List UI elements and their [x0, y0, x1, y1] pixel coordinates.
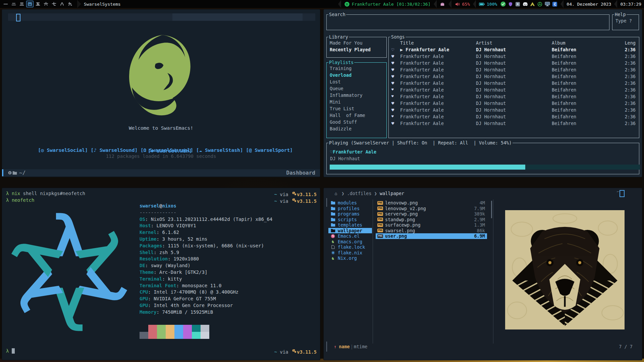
song-row[interactable]: ♥ Frankfurter Aale DJ Hornhaut Beifahren… — [389, 53, 639, 60]
steam-icon[interactable] — [515, 1, 521, 7]
now-playing-module[interactable]: Frankfurter Aale [01:38/02:36] — [344, 1, 431, 7]
song-progress-bar[interactable] — [330, 165, 640, 170]
favorite-heart-icon[interactable]: ♥ — [391, 113, 400, 120]
sort-alt-field[interactable]: mtime — [354, 344, 368, 349]
favorite-heart-icon[interactable]: ♥ — [391, 73, 400, 80]
workspace-button[interactable] — [66, 1, 74, 7]
file-entry[interactable]: PNG serverwp.png 389k — [376, 211, 487, 217]
home-icon[interactable]: ⌂ — [333, 191, 339, 196]
library-item[interactable]: Made For You — [327, 40, 386, 46]
favorite-heart-icon[interactable]: ♥ — [391, 120, 400, 127]
directory-entry[interactable]: wallpaper — [328, 228, 372, 234]
sort-direction-icon[interactable]: ↑ — [334, 344, 336, 349]
song-length: 2:36 — [620, 93, 636, 100]
song-row[interactable]: ♥ Frankfurter Aale DJ Hornhaut Beifahren… — [389, 100, 639, 107]
monitor-icon[interactable] — [544, 1, 550, 7]
entry-name: serverwp.png — [385, 211, 418, 217]
directory-entry[interactable]: profiles — [328, 206, 372, 212]
favorite-heart-icon[interactable]: ♥ — [391, 60, 400, 66]
directory-entry[interactable]: flake.nix — [328, 250, 372, 256]
bluetooth-icon[interactable] — [552, 1, 557, 7]
workspace-button[interactable] — [42, 1, 50, 7]
file-list-scrollbar[interactable] — [491, 201, 492, 218]
entry-name: user.png — [385, 233, 407, 239]
sort-field[interactable]: name — [339, 344, 350, 349]
shell-prompt[interactable]: λ — [6, 348, 15, 354]
favorite-heart-icon[interactable]: ♡ — [391, 46, 400, 53]
workspace-button[interactable] — [34, 1, 42, 7]
scrollbar[interactable] — [326, 198, 327, 207]
favorite-heart-icon[interactable]: ♥ — [391, 53, 400, 60]
workspace-button[interactable] — [10, 1, 17, 7]
directory-entry[interactable]: Emacs.el — [328, 233, 372, 239]
shield-icon[interactable] — [507, 1, 513, 7]
directory-entry[interactable]: ♞ Nix.org — [328, 255, 372, 261]
directory-entry[interactable]: templates — [328, 222, 372, 228]
neofetch-field: GPU: NVIDIA GeForce GT 755M — [140, 296, 272, 302]
file-entry[interactable]: PNG lenovowp_v2.png 7.9M — [376, 206, 487, 212]
favorite-heart-icon[interactable]: ♥ — [391, 66, 400, 73]
workspace-button[interactable] — [2, 1, 9, 7]
favorite-heart-icon[interactable]: ♥ — [391, 93, 400, 100]
directory-entry[interactable]: scripts — [328, 217, 372, 223]
playlist-item[interactable]: Mini — [327, 99, 386, 105]
directory-entry[interactable]: modules — [328, 200, 372, 206]
discord-icon[interactable] — [522, 1, 528, 7]
entry-name: programs — [338, 211, 360, 217]
song-row[interactable]: ♥ Frankfurter Aale DJ Hornhaut Beifahren… — [389, 60, 639, 66]
favorite-heart-icon[interactable]: ♥ — [391, 107, 400, 113]
terminal-window[interactable]: λ nix shell nixpkgs#neofetch λ neofetch … — [2, 188, 320, 360]
column-album: Album — [552, 40, 620, 46]
song-row[interactable]: ♥ Frankfurter Aale DJ Hornhaut Beifahren… — [389, 80, 639, 86]
playlist-item[interactable]: Hall of Fame — [327, 112, 386, 119]
check-circle-icon[interactable] — [500, 1, 506, 7]
file-entry[interactable]: PNG standwp.png 2.9M — [376, 217, 487, 223]
directory-entry[interactable]: programs — [328, 211, 372, 217]
workspace-button[interactable] — [50, 1, 58, 7]
song-row[interactable]: ♥ Frankfurter Aale DJ Hornhaut Beifahren… — [389, 86, 639, 93]
swarsel-win-link[interactable]: [✱ swarsel.win] — [148, 148, 192, 154]
breadcrumb-part-current[interactable]: wallpaper — [380, 191, 404, 196]
file-entry[interactable]: PNG surfacewp.png 1.3M — [376, 222, 487, 228]
playlist-item[interactable]: True List — [327, 105, 386, 112]
library-item[interactable]: Recently Played — [327, 46, 386, 53]
playlist-item[interactable]: Training — [327, 65, 386, 72]
entry-size: 389k — [474, 211, 485, 217]
file-entry[interactable]: PNG user.png 6.9M — [376, 233, 487, 239]
song-row[interactable]: ♥ Frankfurter Aale DJ Hornhaut Beifahren… — [389, 113, 639, 120]
song-row[interactable]: ♡ ▶ Frankfurter Aale DJ Hornhaut Beifahr… — [389, 46, 639, 53]
wheel-icon[interactable] — [537, 1, 543, 7]
workspace-button[interactable] — [18, 1, 25, 7]
playlist-item[interactable]: Queue — [327, 85, 386, 92]
song-artist: DJ Hornhaut — [476, 80, 552, 86]
song-row[interactable]: ♥ Frankfurter Aale DJ Hornhaut Beifahren… — [389, 107, 639, 113]
volume-module[interactable]: 65% — [454, 1, 470, 7]
favorite-heart-icon[interactable]: ♡ — [330, 149, 333, 155]
search-box[interactable]: Search — [326, 14, 609, 30]
castle-icon[interactable] — [440, 1, 445, 7]
song-row[interactable]: ♥ Frankfurter Aale DJ Hornhaut Beifahren… — [389, 66, 639, 73]
song-title: Frankfurter Aale — [400, 86, 476, 93]
playlist-item[interactable]: Badizzle — [327, 125, 386, 132]
file-entry[interactable]: PNG lenovowp.png 4M — [376, 200, 487, 206]
directory-entry[interactable]: ♞ Emacs.org — [328, 239, 372, 245]
battery-module[interactable]: 100% — [479, 1, 497, 7]
favorite-heart-icon[interactable]: ♥ — [391, 86, 400, 93]
directory-entry[interactable]: flake.lock — [328, 244, 372, 250]
breadcrumb-part[interactable]: .dotfiles — [347, 191, 371, 196]
favorite-heart-icon[interactable]: ♥ — [391, 80, 400, 86]
playlist-item[interactable]: Overload — [327, 72, 386, 78]
playlist-item[interactable]: Inflammatory — [327, 92, 386, 99]
favorite-heart-icon[interactable]: ♥ — [391, 100, 400, 107]
song-row[interactable]: ♥ Frankfurter Aale DJ Hornhaut Beifahren… — [389, 93, 639, 100]
playlist-item[interactable]: Good Stuff — [327, 119, 386, 125]
song-row[interactable]: ♥ Frankfurter Aale DJ Hornhaut Beifahren… — [389, 120, 639, 127]
playlist-item[interactable]: Lost — [327, 78, 386, 85]
song-row[interactable]: ♥ Frankfurter Aale DJ Hornhaut Beifahren… — [389, 73, 639, 80]
workspace-button[interactable] — [26, 1, 34, 7]
breadcrumb-separator: ❯ — [374, 191, 377, 196]
workspace-button[interactable] — [58, 1, 66, 7]
tent-icon[interactable] — [530, 1, 535, 7]
entry-name: lenovowp.png — [385, 200, 418, 206]
file-entry[interactable]: PNG swarsel.png 86k — [376, 228, 487, 234]
